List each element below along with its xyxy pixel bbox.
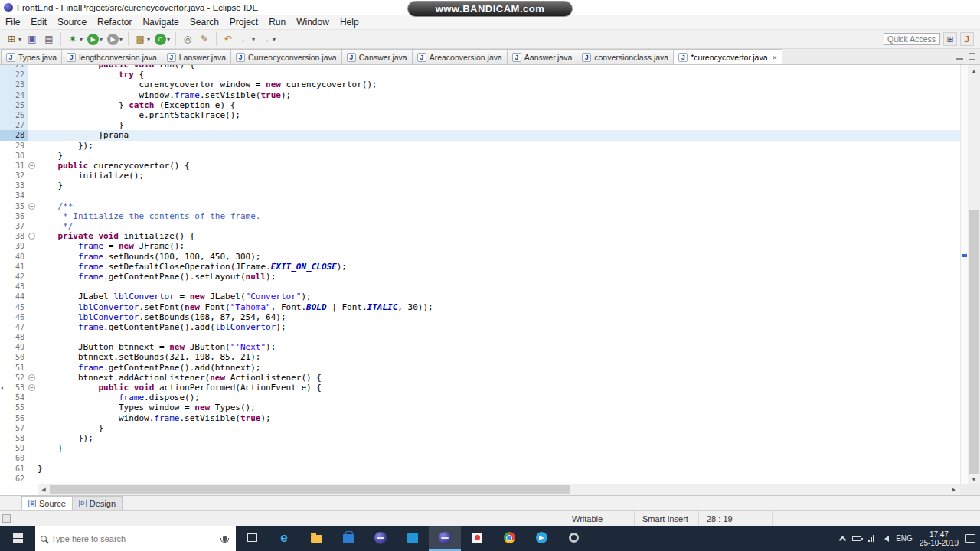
- code-text[interactable]: }: [38, 464, 960, 474]
- code-text[interactable]: */: [38, 221, 960, 231]
- menu-run[interactable]: Run: [263, 15, 291, 29]
- code-text[interactable]: e.printStackTrace();: [38, 110, 960, 120]
- view-tab-design[interactable]: DDesign: [72, 496, 122, 510]
- view-tab-source[interactable]: SSource: [21, 496, 73, 510]
- chevron-up-icon[interactable]: [839, 536, 847, 543]
- code-text[interactable]: }: [38, 423, 960, 433]
- tab-types-java[interactable]: JTypes.java: [1, 49, 62, 64]
- code-text[interactable]: Types window = new Types();: [38, 403, 960, 412]
- file-explorer-button[interactable]: [300, 526, 332, 551]
- code-text[interactable]: frame.setBounds(100, 100, 450, 300);: [38, 252, 960, 262]
- collapse-icon[interactable]: −: [28, 203, 35, 210]
- code-text[interactable]: [38, 191, 960, 201]
- code-text[interactable]: curencycovertor window = new curencycove…: [38, 80, 960, 90]
- store-app-button[interactable]: [332, 526, 364, 551]
- code-text[interactable]: try {: [38, 70, 960, 80]
- code-text[interactable]: private void initialize() {: [38, 231, 960, 241]
- code-area[interactable]: 21 public void run() {22 try {23 curency…: [0, 65, 960, 484]
- taskbar-search-input[interactable]: [51, 534, 218, 543]
- back-button[interactable]: ←▾: [237, 31, 256, 47]
- code-text[interactable]: [38, 474, 960, 484]
- code-text[interactable]: btnnext.addActionListener(new ActionList…: [38, 373, 960, 383]
- menu-help[interactable]: Help: [335, 15, 364, 29]
- new-java-project-button[interactable]: ▩▾: [132, 31, 152, 47]
- code-text[interactable]: public void actionPerformed(ActionEvent …: [38, 383, 960, 393]
- code-text[interactable]: * Initialize the contents of the frame.: [38, 211, 960, 221]
- action-center-icon[interactable]: [965, 534, 975, 543]
- forward-button[interactable]: →▾: [258, 31, 277, 47]
- run-button[interactable]: ▶▾: [86, 31, 104, 47]
- horizontal-scroll-track[interactable]: [50, 484, 948, 495]
- code-text[interactable]: frame.dispose();: [38, 393, 960, 403]
- code-text[interactable]: [38, 453, 960, 463]
- collapse-icon[interactable]: −: [28, 374, 35, 381]
- minimize-view-icon[interactable]: [956, 53, 963, 60]
- settings-app-button[interactable]: [557, 526, 590, 551]
- menu-project[interactable]: Project: [224, 15, 263, 29]
- network-icon[interactable]: [868, 535, 874, 542]
- start-button[interactable]: [0, 526, 35, 551]
- battery-icon[interactable]: [852, 536, 861, 541]
- code-text[interactable]: frame.getContentPane().setLayout(null);: [38, 272, 960, 282]
- scroll-left-icon[interactable]: ◀: [38, 484, 50, 495]
- menu-search[interactable]: Search: [185, 15, 224, 29]
- code-text[interactable]: lblConvertor.setFont(new Font("Tahoma", …: [38, 302, 960, 312]
- code-text[interactable]: frame.getContentPane().add(lblConvertor)…: [38, 322, 960, 332]
- collapse-icon[interactable]: −: [28, 384, 35, 391]
- collapse-icon[interactable]: −: [28, 233, 35, 240]
- code-text[interactable]: });: [38, 141, 960, 151]
- horizontal-scrollbar[interactable]: ◀ ▶: [0, 484, 980, 495]
- menu-edit[interactable]: Edit: [25, 15, 52, 29]
- code-text[interactable]: /**: [38, 201, 960, 211]
- code-text[interactable]: initialize();: [38, 171, 960, 181]
- scroll-down-icon[interactable]: ▼: [968, 474, 980, 484]
- code-text[interactable]: btnnext.setBounds(321, 198, 85, 21);: [38, 352, 960, 362]
- code-text[interactable]: lblConvertor.setBounds(108, 87, 254, 64)…: [38, 312, 960, 322]
- vertical-scroll-thumb[interactable]: [969, 210, 979, 474]
- menu-file[interactable]: File: [0, 15, 25, 29]
- language-indicator[interactable]: ENG: [896, 534, 913, 543]
- tab-canswer-java[interactable]: JCanswer.java: [341, 49, 413, 64]
- close-tab-icon[interactable]: ×: [773, 53, 777, 62]
- eclipse-app-button[interactable]: [364, 526, 397, 551]
- maximize-view-icon[interactable]: [969, 53, 975, 60]
- code-text[interactable]: public curencycovertor() {: [38, 161, 960, 171]
- code-text[interactable]: window.frame.setVisible(true);: [38, 413, 960, 423]
- open-perspective-button[interactable]: ⊞: [943, 32, 957, 46]
- collapse-icon[interactable]: −: [28, 162, 35, 169]
- print-button[interactable]: ▤: [41, 31, 57, 47]
- tab-curencycovertor-java[interactable]: J*curencycovertor.java×: [673, 49, 782, 65]
- code-text[interactable]: }prana: [38, 130, 960, 140]
- last-edit-location-button[interactable]: ↶: [220, 31, 236, 47]
- volume-icon[interactable]: [881, 536, 889, 542]
- taskbar-clock[interactable]: 17:47 25-10-2019: [920, 530, 959, 547]
- tab-currencyconversion-java[interactable]: JCurrencyconversion.java: [230, 49, 342, 64]
- code-text[interactable]: window.frame.setVisible(true);: [38, 90, 960, 100]
- bandicam-app-button[interactable]: [461, 526, 493, 551]
- tab-lanswer-java[interactable]: JLanswer.java: [162, 49, 231, 64]
- code-text[interactable]: frame.getContentPane().add(btnnext);: [38, 363, 960, 373]
- code-text[interactable]: }: [38, 151, 960, 161]
- taskbar-search-box[interactable]: [35, 526, 236, 551]
- code-text[interactable]: frame = new JFrame();: [38, 241, 960, 251]
- scroll-up-icon[interactable]: ▲: [968, 65, 980, 76]
- code-text[interactable]: }: [38, 443, 960, 453]
- telegram-app-button[interactable]: [525, 526, 557, 551]
- tab-conversionclass-java[interactable]: Jconversionclass.java: [577, 49, 674, 64]
- task-view-button[interactable]: [236, 526, 268, 551]
- microphone-icon[interactable]: [223, 536, 227, 542]
- tab-areaconversion-java[interactable]: JAreaconversion.java: [412, 49, 508, 64]
- annotate-button[interactable]: ✎: [197, 31, 212, 47]
- tab-aanswer-java[interactable]: JAanswer.java: [507, 49, 577, 64]
- quick-access-input[interactable]: [884, 33, 940, 45]
- tab-lengthconversion-java[interactable]: Jlengthconversion.java: [61, 49, 162, 64]
- code-text[interactable]: }: [38, 181, 960, 191]
- scroll-right-icon[interactable]: ▶: [948, 484, 960, 495]
- horizontal-scroll-thumb[interactable]: [50, 485, 570, 494]
- menu-refactor[interactable]: Refactor: [92, 15, 137, 29]
- eclipse-window-button[interactable]: [429, 526, 461, 551]
- code-text[interactable]: [38, 332, 960, 342]
- code-text[interactable]: });: [38, 433, 960, 443]
- save-button[interactable]: ▣: [24, 31, 40, 47]
- debug-button[interactable]: ✶▾: [65, 31, 84, 47]
